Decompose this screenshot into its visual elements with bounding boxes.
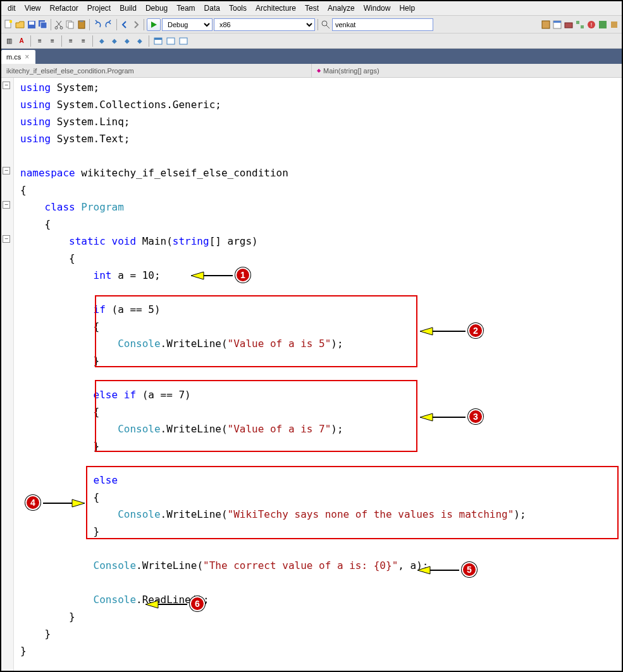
main-toolbar: Debug x86 ! bbox=[1, 16, 622, 34]
bookmark-icon[interactable]: ◆ bbox=[97, 36, 107, 46]
svg-rect-15 bbox=[553, 21, 561, 23]
type-nav-combo[interactable]: ikitechy_if_elseif_else_condition.Progra… bbox=[1, 64, 312, 77]
redo-icon[interactable] bbox=[104, 20, 114, 30]
svg-rect-24 bbox=[154, 38, 162, 40]
text-editor-toolbar: ▥ A ≡ ≡ ≡ ≡ ◆ ◆ ◆ ◆ bbox=[1, 34, 622, 49]
properties-icon[interactable] bbox=[552, 20, 562, 30]
menu-analyze[interactable]: Analyze bbox=[324, 3, 359, 14]
svg-text:!: ! bbox=[591, 21, 593, 28]
open-icon[interactable] bbox=[15, 20, 25, 30]
svg-point-12 bbox=[322, 21, 327, 26]
document-tab[interactable]: m.cs × bbox=[1, 50, 35, 64]
svg-rect-11 bbox=[80, 20, 83, 22]
svg-rect-25 bbox=[167, 38, 175, 44]
indent-icon[interactable]: ≡ bbox=[35, 36, 45, 46]
toolbar-separator bbox=[318, 19, 318, 30]
output-icon[interactable] bbox=[178, 36, 188, 46]
menu-tools[interactable]: Tools bbox=[225, 3, 250, 14]
svg-rect-1 bbox=[9, 20, 12, 23]
member-nav-combo[interactable]: Main(string[] args) bbox=[312, 64, 622, 77]
menu-refactor[interactable]: Refactor bbox=[46, 3, 82, 14]
svg-rect-18 bbox=[581, 25, 584, 28]
window-list-icon[interactable] bbox=[153, 36, 163, 46]
svg-rect-5 bbox=[40, 22, 47, 28]
svg-rect-16 bbox=[565, 23, 572, 28]
save-all-icon[interactable] bbox=[38, 20, 48, 30]
fold-toggle-icon[interactable]: − bbox=[3, 167, 10, 174]
svg-rect-3 bbox=[29, 21, 34, 25]
search-input[interactable] bbox=[332, 18, 433, 31]
extension-icon[interactable] bbox=[609, 20, 619, 30]
solution-explorer-icon[interactable] bbox=[541, 20, 551, 30]
config-combo[interactable]: Debug bbox=[162, 18, 213, 31]
start-debug-button[interactable] bbox=[147, 18, 161, 31]
new-file-icon[interactable] bbox=[4, 20, 14, 30]
menu-window[interactable]: Window bbox=[360, 3, 395, 14]
toolbar-separator bbox=[92, 35, 93, 47]
menu-help[interactable]: Help bbox=[395, 3, 419, 14]
error-list-icon[interactable]: ! bbox=[586, 20, 596, 30]
immediate-icon[interactable] bbox=[166, 36, 176, 46]
toolbar-separator bbox=[30, 35, 31, 47]
prev-bookmark-icon[interactable]: ◆ bbox=[109, 36, 120, 46]
menu-project[interactable]: Project bbox=[83, 3, 114, 14]
clear-bookmark-icon[interactable]: ◆ bbox=[135, 36, 145, 46]
menu-data[interactable]: Data bbox=[200, 3, 224, 14]
menu-test[interactable]: Test bbox=[301, 3, 323, 14]
menu-build[interactable]: Build bbox=[116, 3, 140, 14]
fold-toggle-icon[interactable]: − bbox=[3, 201, 10, 209]
svg-rect-17 bbox=[576, 21, 579, 24]
toolbar-separator bbox=[144, 19, 144, 30]
svg-rect-9 bbox=[68, 22, 73, 28]
font-size-icon[interactable]: A bbox=[16, 36, 27, 46]
toolbar-separator bbox=[89, 19, 90, 30]
menu-bar: dit View Refactor Project Build Debug Te… bbox=[1, 1, 622, 16]
toolbar-separator bbox=[116, 19, 117, 30]
menu-view[interactable]: View bbox=[21, 3, 45, 14]
code-editor[interactable]: − − − − using System; using System.Colle… bbox=[1, 78, 622, 672]
class-view-icon[interactable] bbox=[575, 20, 585, 30]
uncomment-icon[interactable]: ≡ bbox=[78, 36, 89, 46]
close-icon[interactable]: × bbox=[25, 52, 29, 61]
nav-back-icon[interactable] bbox=[120, 20, 130, 30]
fold-gutter: − − − − bbox=[1, 78, 14, 672]
copy-icon[interactable] bbox=[65, 20, 75, 30]
find-icon[interactable] bbox=[321, 20, 331, 30]
document-tab-bar: m.cs × bbox=[1, 49, 622, 64]
comment-icon[interactable]: ≡ bbox=[66, 36, 76, 46]
tab-label: m.cs bbox=[6, 53, 21, 61]
svg-rect-22 bbox=[611, 21, 617, 28]
svg-rect-13 bbox=[542, 21, 550, 28]
save-icon[interactable] bbox=[27, 20, 37, 30]
fold-toggle-icon[interactable]: − bbox=[3, 235, 10, 243]
fold-toggle-icon[interactable]: − bbox=[3, 82, 10, 89]
toolbar-separator bbox=[149, 35, 149, 47]
code-content[interactable]: using System; using System.Collections.G… bbox=[16, 79, 622, 659]
svg-rect-26 bbox=[180, 38, 187, 44]
menu-team[interactable]: Team bbox=[173, 3, 199, 14]
platform-combo[interactable]: x86 bbox=[214, 18, 315, 31]
toolbox-icon[interactable] bbox=[564, 20, 574, 30]
toolbar-separator bbox=[51, 19, 51, 30]
nav-fwd-icon[interactable] bbox=[131, 20, 141, 30]
code-nav-bar: ikitechy_if_elseif_else_condition.Progra… bbox=[1, 64, 622, 78]
outdent-icon[interactable]: ≡ bbox=[47, 36, 58, 46]
next-bookmark-icon[interactable]: ◆ bbox=[122, 36, 132, 46]
menu-debug[interactable]: Debug bbox=[142, 3, 171, 14]
object-icon[interactable]: ▥ bbox=[4, 36, 14, 46]
menu-architecture[interactable]: Architecture bbox=[252, 3, 300, 14]
svg-rect-21 bbox=[599, 21, 607, 28]
start-page-icon[interactable] bbox=[598, 20, 608, 30]
menu-edit[interactable]: dit bbox=[4, 3, 20, 14]
paste-icon[interactable] bbox=[77, 20, 87, 30]
toolbar-separator bbox=[61, 35, 62, 47]
cut-icon[interactable] bbox=[54, 20, 64, 30]
undo-icon[interactable] bbox=[92, 20, 102, 30]
